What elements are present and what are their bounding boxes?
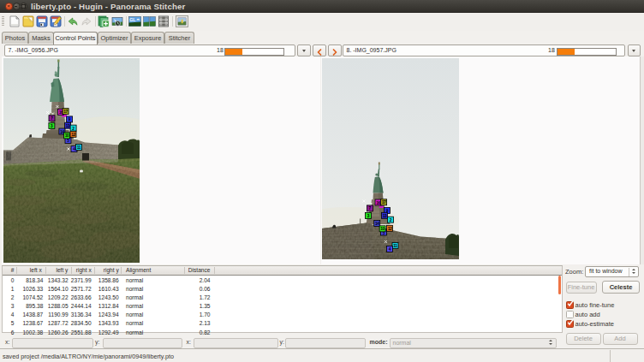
svg-text:9: 9 [69, 117, 71, 122]
svg-text:13: 13 [66, 124, 70, 128]
svg-text:4: 4 [73, 147, 75, 151]
svg-text:3: 3 [367, 214, 370, 218]
svg-text:3: 3 [51, 124, 53, 128]
svg-text:7: 7 [51, 116, 53, 121]
svg-text:2: 2 [72, 127, 75, 131]
svg-text:16: 16 [376, 201, 380, 205]
svg-text:14: 14 [375, 222, 379, 226]
svg-text:10: 10 [380, 227, 385, 231]
svg-text:11: 11 [77, 145, 81, 150]
svg-text:4: 4 [389, 247, 391, 252]
svg-text:17: 17 [382, 200, 386, 205]
svg-text:12: 12 [71, 133, 75, 137]
svg-text:11: 11 [393, 244, 397, 248]
svg-text:12: 12 [388, 227, 392, 231]
svg-text:7: 7 [369, 206, 372, 211]
svg-text:17: 17 [63, 110, 68, 114]
svg-text:13: 13 [383, 214, 387, 218]
svg-text:2: 2 [390, 218, 392, 223]
svg-text:5: 5 [67, 139, 69, 143]
svg-text:10: 10 [65, 134, 69, 138]
